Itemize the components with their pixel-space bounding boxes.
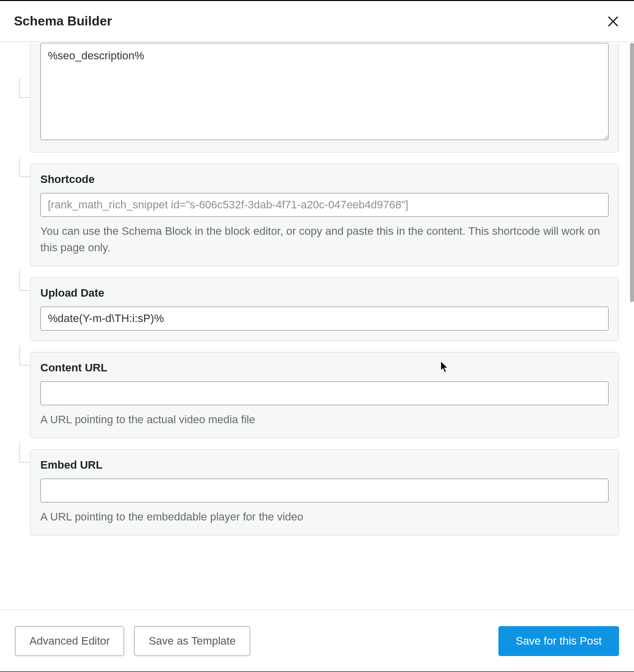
shortcode-input[interactable]	[40, 193, 609, 217]
shortcode-label: Shortcode	[40, 173, 609, 186]
embed-url-input[interactable]	[40, 479, 609, 503]
upload-date-label: Upload Date	[40, 287, 609, 300]
content-url-label: Content URL	[40, 361, 609, 374]
upload-date-input[interactable]	[40, 307, 609, 331]
advanced-editor-button[interactable]: Advanced Editor	[15, 626, 124, 656]
content-url-help: A URL pointing to the actual video media…	[40, 411, 609, 428]
embed-url-help: A URL pointing to the embeddable player …	[40, 508, 609, 525]
modal-body[interactable]: Shortcode You can use the Schema Block i…	[0, 43, 634, 610]
save-for-post-button[interactable]: Save for this Post	[498, 626, 619, 656]
modal-footer: Advanced Editor Save as Template Save fo…	[0, 610, 634, 672]
field-content-url: Content URL A URL pointing to the actual…	[30, 352, 619, 438]
modal-header: Schema Builder	[0, 1, 634, 42]
embed-url-label: Embed URL	[40, 459, 609, 472]
content-url-input[interactable]	[40, 381, 609, 405]
description-textarea[interactable]	[40, 43, 609, 140]
field-embed-url: Embed URL A URL pointing to the embeddab…	[30, 449, 619, 535]
field-description	[30, 43, 619, 153]
modal-title: Schema Builder	[14, 13, 112, 29]
shortcode-help: You can use the Schema Block in the bloc…	[40, 223, 609, 256]
save-as-template-button[interactable]: Save as Template	[134, 626, 250, 656]
close-icon[interactable]	[606, 14, 620, 28]
scrollbar[interactable]	[630, 43, 634, 302]
field-upload-date: Upload Date	[30, 277, 619, 341]
field-shortcode: Shortcode You can use the Schema Block i…	[30, 164, 619, 266]
